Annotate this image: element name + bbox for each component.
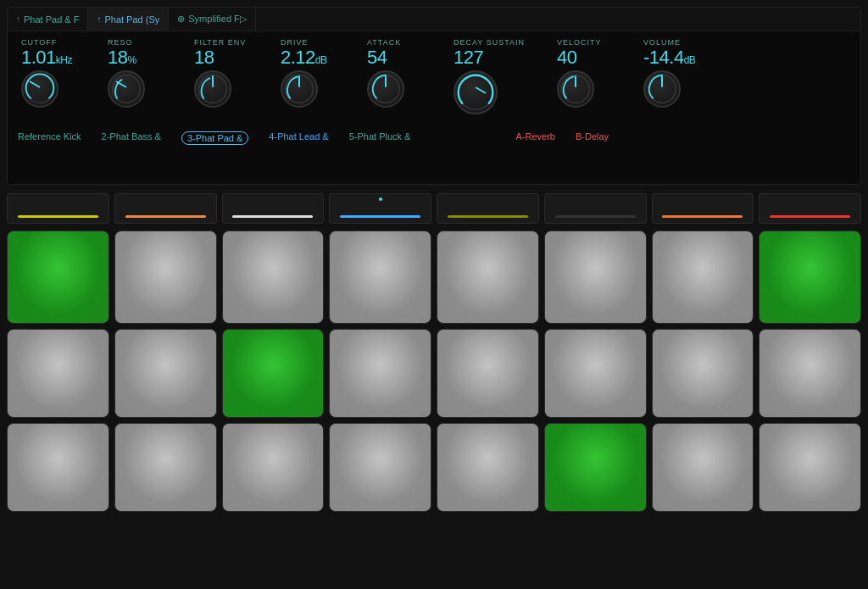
pad-3-8[interactable] (759, 423, 861, 512)
pad-1-3[interactable] (222, 231, 325, 324)
pad-2-4[interactable] (329, 329, 431, 418)
knob-drive: DRIVE 2.12dB (281, 38, 340, 108)
tab-phat-pad-f[interactable]: ↑ Phat Pad & F (8, 8, 88, 31)
knob-cutoff: CUTOFF 1.01kHz (21, 38, 81, 108)
track-phat-pluck[interactable]: 5-Phat Pluck & (349, 131, 411, 145)
tab-phat-pad-sy[interactable]: ↑ Phat Pad (Sy (88, 8, 169, 31)
knob-filter-env-dial[interactable] (194, 70, 231, 108)
tab-icon-3: ⊕ (177, 14, 185, 25)
pad-grid (7, 231, 861, 512)
knob-velocity-value: 40 (557, 48, 576, 67)
strip-dot-4 (379, 197, 382, 201)
knob-reso: RESO 18% (108, 38, 167, 108)
knob-cutoff-value: 1.01kHz (21, 48, 72, 67)
pad-1-6[interactable] (544, 231, 647, 324)
strip-line-7 (662, 215, 743, 218)
tracks-row: Reference Kick 2-Phat Bass & 3-Phat Pad … (8, 125, 860, 145)
strip-btn-2[interactable] (114, 193, 217, 224)
knob-cutoff-label: CUTOFF (21, 38, 57, 47)
knob-cutoff-dial[interactable] (21, 70, 58, 108)
knob-reso-value: 18% (108, 48, 136, 67)
pad-3-2[interactable] (114, 423, 217, 512)
knob-filter-env-label: FILTER ENV (194, 38, 246, 47)
strip-row (7, 193, 861, 224)
track-phat-lead[interactable]: 4-Phat Lead & (269, 131, 328, 145)
pad-2-3[interactable] (222, 329, 325, 418)
knob-volume-value: -14.4dB (643, 48, 695, 67)
track-phat-bass[interactable]: 2-Phat Bass & (102, 131, 161, 145)
strip-line-6 (555, 215, 636, 218)
track-a-reverb[interactable]: A-Reverb (515, 131, 554, 145)
pad-row-1 (7, 231, 861, 324)
pad-3-5[interactable] (437, 423, 539, 512)
knob-decay-sustain-label: DECAY SUSTAIN (453, 38, 525, 47)
knob-reso-label: RESO (108, 38, 133, 47)
pad-3-6[interactable] (544, 423, 647, 512)
pad-2-5[interactable] (437, 329, 539, 418)
pad-1-7[interactable] (652, 231, 754, 324)
track-b-delay[interactable]: B-Delay (576, 131, 609, 145)
pad-2-8[interactable] (759, 329, 861, 418)
strip-btn-5[interactable] (437, 193, 539, 224)
knob-velocity: VELOCITY 40 (557, 38, 616, 108)
pad-row-3 (7, 423, 861, 512)
pad-1-1[interactable] (7, 231, 109, 324)
tab-label-1: Phat Pad & F (24, 14, 79, 25)
knob-decay-sustain-value: 127 (453, 48, 483, 67)
knob-attack-value: 54 (367, 48, 387, 67)
strip-line-8 (770, 215, 850, 218)
pad-3-3[interactable] (222, 423, 325, 512)
strip-line-4 (340, 215, 420, 218)
pad-2-7[interactable] (652, 329, 754, 418)
strip-line-2 (125, 215, 206, 218)
strip-line-1 (18, 215, 98, 218)
knob-drive-label: DRIVE (281, 38, 309, 47)
pad-2-1[interactable] (7, 329, 109, 418)
knob-filter-env-value: 18 (194, 48, 214, 67)
knob-attack-dial[interactable] (367, 70, 404, 108)
tab-label-3: Symplified F▷ (188, 14, 247, 25)
strip-btn-7[interactable] (652, 193, 754, 224)
pad-1-5[interactable] (437, 231, 539, 324)
knob-drive-dial[interactable] (281, 70, 318, 108)
strip-btn-6[interactable] (544, 193, 647, 224)
knob-velocity-dial[interactable] (557, 70, 594, 108)
strip-line-3 (232, 215, 313, 218)
tab-symplified[interactable]: ⊕ Symplified F▷ (169, 8, 256, 31)
knob-decay-sustain: DECAY SUSTAIN 127 (453, 38, 530, 114)
strip-btn-1[interactable] (7, 193, 109, 224)
top-panel: ↑ Phat Pad & F ↑ Phat Pad (Sy ⊕ Symplifi… (7, 7, 861, 185)
strip-btn-8[interactable] (759, 193, 861, 224)
knobs-row: CUTOFF 1.01kHz RESO 18% (8, 31, 860, 121)
pad-3-4[interactable] (329, 423, 431, 512)
knob-reso-dial[interactable] (108, 70, 145, 108)
tab-arrow-2: ↑ (97, 14, 101, 24)
knob-volume-dial[interactable] (643, 70, 681, 108)
knob-attack: ATTACK 54 (367, 38, 426, 108)
pad-1-4[interactable] (329, 231, 431, 324)
strip-btn-4[interactable] (329, 193, 431, 224)
pad-1-8[interactable] (759, 231, 861, 324)
pad-2-6[interactable] (544, 329, 647, 418)
knob-volume-label: VOLUME (643, 38, 681, 47)
strip-line-5 (448, 215, 528, 218)
pad-3-1[interactable] (7, 423, 109, 512)
track-reference-kick[interactable]: Reference Kick (18, 131, 81, 145)
pad-2-2[interactable] (114, 329, 217, 418)
knob-attack-label: ATTACK (367, 38, 401, 47)
pad-row-2 (7, 329, 861, 418)
tab-bar: ↑ Phat Pad & F ↑ Phat Pad (Sy ⊕ Symplifi… (8, 8, 860, 31)
knob-velocity-label: VELOCITY (557, 38, 602, 47)
tab-label-2: Phat Pad (Sy (104, 14, 159, 25)
knob-decay-sustain-dial[interactable] (453, 70, 498, 114)
knob-filter-env: FILTER ENV 18 (194, 38, 253, 108)
pad-1-2[interactable] (114, 231, 217, 324)
pad-3-7[interactable] (652, 423, 754, 512)
knob-volume: VOLUME -14.4dB (643, 38, 703, 108)
track-phat-pad[interactable]: 3-Phat Pad & (181, 131, 248, 145)
tab-arrow-1: ↑ (16, 14, 20, 24)
knob-drive-value: 2.12dB (281, 48, 327, 67)
strip-btn-3[interactable] (222, 193, 325, 224)
